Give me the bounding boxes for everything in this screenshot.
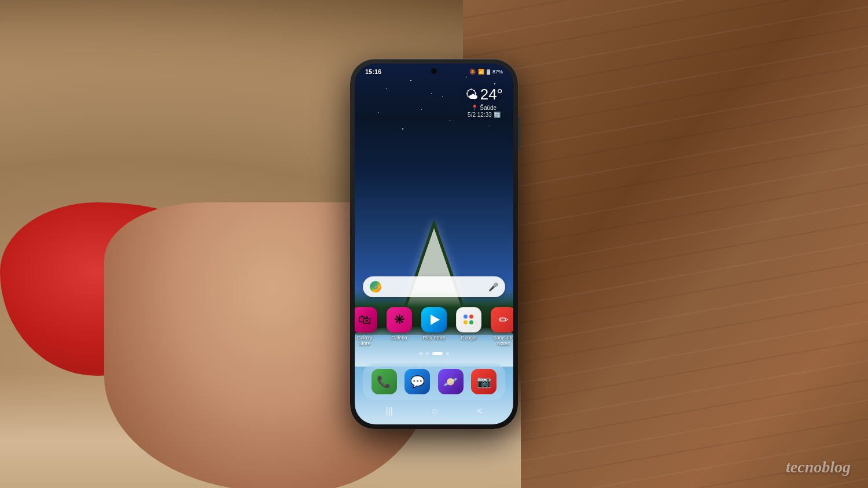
page-indicators: [355, 352, 513, 355]
app-galeria[interactable]: ❋ Galeria: [387, 307, 412, 346]
dock-camera[interactable]: 📷: [471, 369, 496, 394]
galaxy-store-icon: 🛍: [355, 307, 377, 332]
weather-temperature: 🌤 24°: [465, 86, 503, 103]
app-play-store[interactable]: Play Store: [421, 307, 447, 346]
samsung-notes-icon: ✏: [491, 307, 513, 332]
app-samsung-notes[interactable]: ✏ SamsungNotes: [491, 307, 513, 346]
samsung-notes-label: SamsungNotes: [493, 335, 513, 346]
weather-icon: 🌤: [465, 87, 478, 102]
google-icon: [456, 307, 481, 332]
silent-icon: 🔕: [469, 69, 476, 75]
wifi-icon: 📶: [478, 69, 484, 75]
watermark: tecnoblog: [786, 458, 851, 476]
recents-button[interactable]: |||: [386, 406, 393, 416]
play-store-icon: [421, 307, 447, 332]
weather-location: 📍 Saúde: [465, 105, 503, 111]
page-dot-4[interactable]: [446, 352, 449, 355]
home-button[interactable]: ○: [432, 405, 438, 417]
camera-cutout: [431, 68, 437, 74]
google-dots: [464, 315, 474, 325]
galeria-icon: ❋: [387, 307, 412, 332]
page-dot-1[interactable]: [420, 352, 422, 355]
status-time: 15:16: [365, 68, 381, 75]
nav-bar: ||| ○ <: [355, 402, 513, 420]
app-grid: 🛍 GalaxyStore ❋ Galeria Play Stor: [355, 307, 513, 346]
microphone-icon[interactable]: 🎤: [488, 282, 498, 291]
dock-messages[interactable]: 💬: [404, 369, 430, 394]
battery-percent: 87%: [492, 69, 503, 75]
dock-phone[interactable]: 📞: [372, 369, 397, 394]
galaxy-store-label: GalaxyStore: [357, 335, 372, 346]
galeria-label: Galeria: [391, 335, 407, 341]
back-button[interactable]: <: [477, 406, 482, 416]
page-dot-3-active[interactable]: [432, 352, 443, 355]
google-search-bar[interactable]: G 🎤: [363, 276, 505, 297]
wood-background: [463, 0, 868, 488]
weather-widget[interactable]: 🌤 24° 📍 Saúde 5/2 12:33 🔄: [465, 86, 503, 118]
phone-screen: 15:16 🔕 📶 ▓ 87% 🌤 24° 📍 Saúde 5/2 12:33 …: [355, 64, 513, 424]
status-icons: 🔕 📶 ▓ 87%: [469, 69, 503, 75]
phone-body: 15:16 🔕 📶 ▓ 87% 🌤 24° 📍 Saúde 5/2 12:33 …: [350, 59, 518, 429]
google-logo: G: [370, 281, 381, 293]
google-label: Google: [461, 335, 476, 341]
battery-icon: ▓: [487, 69, 490, 75]
dock-store[interactable]: 🪐: [438, 369, 464, 394]
page-dot-2[interactable]: [426, 352, 429, 355]
weather-date: 5/2 12:33 🔄: [465, 112, 503, 118]
app-galaxy-store[interactable]: 🛍 GalaxyStore: [355, 307, 377, 346]
phone-device: 15:16 🔕 📶 ▓ 87% 🌤 24° 📍 Saúde 5/2 12:33 …: [350, 59, 518, 429]
app-google[interactable]: Google: [456, 307, 481, 346]
play-store-label: Play Store: [422, 335, 445, 341]
play-triangle: [431, 315, 440, 325]
app-dock: 📞 💬 🪐 📷: [363, 363, 505, 400]
